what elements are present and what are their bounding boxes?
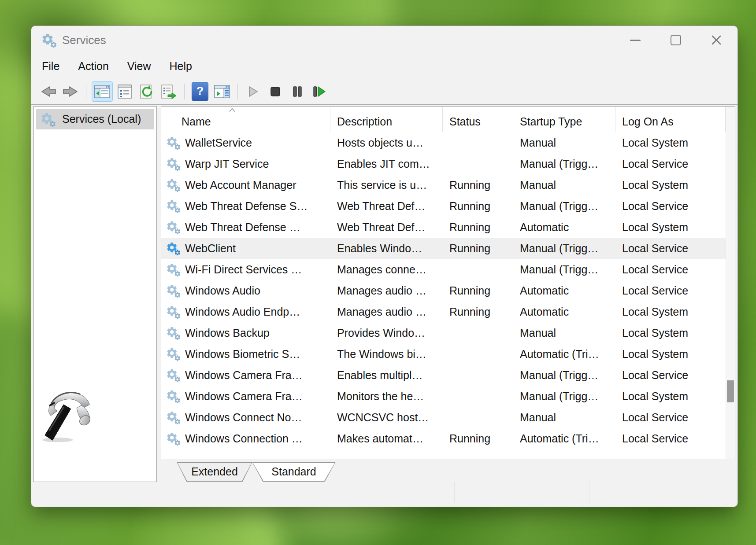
service-row[interactable]: Windows Audio Manages audio … Running Au… bbox=[161, 280, 726, 301]
service-startup-type: Automatic (Tri… bbox=[513, 348, 615, 361]
minimize-button[interactable] bbox=[626, 30, 645, 50]
toolbar-separator bbox=[184, 84, 185, 99]
service-name: Web Account Manager bbox=[185, 179, 296, 191]
service-name: Windows Connection … bbox=[185, 432, 303, 445]
service-log-on-as: Local Service bbox=[615, 284, 726, 297]
sort-ascending-icon bbox=[229, 108, 236, 112]
service-name: Windows Biometric S… bbox=[185, 348, 300, 361]
export-list-button[interactable] bbox=[159, 82, 179, 101]
service-gear-icon bbox=[166, 389, 180, 403]
service-row[interactable]: Windows Camera Fra… Monitors the he… Man… bbox=[161, 386, 726, 407]
services-app-icon bbox=[41, 33, 57, 48]
service-gear-icon bbox=[166, 178, 180, 192]
service-log-on-as: Local System bbox=[615, 306, 726, 318]
properties-button[interactable] bbox=[115, 82, 135, 101]
service-gear-icon bbox=[166, 241, 180, 255]
menu-file[interactable]: File bbox=[42, 60, 59, 73]
vertical-scrollbar[interactable] bbox=[726, 107, 735, 459]
service-row[interactable]: Web Threat Defense … Web Threat Def… Run… bbox=[161, 217, 726, 238]
scrollbar-thumb[interactable] bbox=[727, 380, 734, 402]
service-gear-icon bbox=[166, 410, 180, 424]
services-node-icon bbox=[40, 112, 56, 127]
service-name: Web Threat Defense S… bbox=[185, 200, 308, 213]
service-startup-type: Automatic bbox=[513, 284, 615, 297]
sidebar-item-services-local[interactable]: Services (Local) bbox=[36, 109, 154, 129]
forward-arrow-icon bbox=[62, 85, 79, 98]
menu-help[interactable]: Help bbox=[170, 60, 192, 73]
services-list-view: Name Description Status Startup Type Log… bbox=[161, 106, 735, 459]
service-gear-icon bbox=[166, 136, 180, 150]
column-header-startup-type[interactable]: Startup Type bbox=[513, 107, 615, 132]
close-button[interactable] bbox=[707, 30, 726, 50]
stop-service-button[interactable] bbox=[265, 82, 285, 101]
column-header-log-on-as[interactable]: Log On As bbox=[615, 107, 726, 132]
service-gear-icon bbox=[166, 157, 180, 171]
service-rows: WalletService Hosts objects u… Manual Lo… bbox=[161, 132, 726, 449]
maximize-icon bbox=[671, 35, 681, 45]
service-description: The Windows bi… bbox=[330, 348, 443, 361]
service-gear-icon bbox=[166, 262, 180, 276]
title-bar[interactable]: Services bbox=[31, 26, 737, 54]
toolbar: ? bbox=[31, 78, 737, 105]
service-name: Windows Audio Endp… bbox=[185, 306, 300, 318]
service-row[interactable]: Windows Biometric S… The Windows bi… Aut… bbox=[161, 343, 726, 365]
service-row[interactable]: Warp JIT Service Enables JIT com… Manual… bbox=[161, 153, 726, 174]
hammer-cursor bbox=[37, 381, 97, 442]
service-description: Web Threat Def… bbox=[330, 200, 443, 213]
toolbar-separator bbox=[237, 84, 238, 99]
service-description: Manages audio … bbox=[330, 306, 443, 318]
service-description: Manages conne… bbox=[330, 263, 443, 276]
tab-standard[interactable]: Standard bbox=[252, 462, 336, 482]
close-icon bbox=[711, 35, 722, 45]
tab-extended[interactable]: Extended bbox=[177, 462, 252, 482]
service-status: Running bbox=[443, 432, 513, 445]
service-description: Web Threat Def… bbox=[330, 221, 443, 234]
maximize-button[interactable] bbox=[666, 30, 686, 50]
list-header: Name Description Status Startup Type Log… bbox=[161, 107, 726, 132]
properties-icon bbox=[117, 85, 132, 99]
service-name: Windows Connect No… bbox=[185, 411, 302, 424]
service-row[interactable]: Windows Camera Fra… Enables multipl… Man… bbox=[161, 365, 726, 386]
window-title: Services bbox=[62, 33, 106, 47]
service-log-on-as: Local System bbox=[615, 327, 726, 339]
service-row[interactable]: Windows Audio Endp… Manages audio … Runn… bbox=[161, 301, 726, 322]
column-header-name[interactable]: Name bbox=[161, 107, 330, 132]
pause-service-button[interactable] bbox=[287, 82, 308, 101]
service-startup-type: Manual bbox=[513, 136, 615, 149]
service-row[interactable]: WalletService Hosts objects u… Manual Lo… bbox=[161, 132, 726, 153]
service-gear-icon bbox=[166, 305, 180, 319]
service-row[interactable]: Windows Connection … Makes automat… Runn… bbox=[161, 428, 726, 449]
service-row[interactable]: Wi-Fi Direct Services … Manages conne… M… bbox=[161, 259, 726, 280]
service-description: Enables multipl… bbox=[330, 369, 443, 382]
service-startup-type: Automatic bbox=[513, 221, 615, 234]
service-log-on-as: Local System bbox=[615, 390, 726, 403]
service-description: Monitors the he… bbox=[330, 390, 443, 403]
service-status: Running bbox=[443, 306, 513, 318]
service-row[interactable]: WebClient Enables Windo… Running Manual … bbox=[161, 238, 726, 259]
restart-service-button[interactable] bbox=[309, 82, 330, 101]
service-gear-icon bbox=[166, 199, 180, 213]
column-header-description[interactable]: Description bbox=[330, 107, 443, 132]
service-status: Running bbox=[443, 221, 513, 234]
service-startup-type: Manual (Trigg… bbox=[513, 390, 615, 403]
show-action-pane-button[interactable] bbox=[212, 82, 232, 101]
service-row[interactable]: Windows Connect No… WCNCSVC host… Manual… bbox=[161, 407, 726, 428]
service-row[interactable]: Windows Backup Provides Windo… Manual Lo… bbox=[161, 322, 726, 343]
back-button[interactable] bbox=[38, 82, 59, 101]
column-header-status[interactable]: Status bbox=[443, 107, 513, 132]
start-service-button[interactable] bbox=[243, 82, 263, 101]
service-log-on-as: Local System bbox=[615, 348, 726, 361]
forward-button[interactable] bbox=[60, 82, 81, 101]
refresh-button[interactable] bbox=[137, 82, 157, 101]
service-name: Windows Backup bbox=[185, 327, 270, 339]
minimize-icon bbox=[630, 40, 641, 41]
toolbar-separator bbox=[86, 84, 86, 99]
show-console-tree-button[interactable] bbox=[92, 81, 113, 102]
service-row[interactable]: Web Account Manager This service is u… R… bbox=[161, 174, 726, 195]
service-row[interactable]: Web Threat Defense S… Web Threat Def… Ru… bbox=[161, 195, 726, 217]
service-name: Warp JIT Service bbox=[185, 158, 269, 170]
help-button[interactable]: ? bbox=[190, 82, 210, 101]
start-icon bbox=[248, 85, 259, 98]
menu-view[interactable]: View bbox=[127, 60, 151, 73]
menu-action[interactable]: Action bbox=[78, 60, 108, 73]
